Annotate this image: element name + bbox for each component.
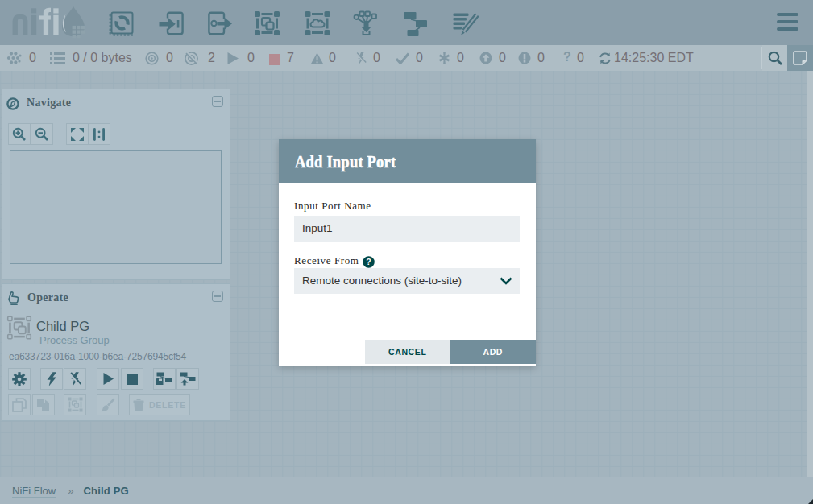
svg-text:?: ?	[366, 257, 371, 266]
